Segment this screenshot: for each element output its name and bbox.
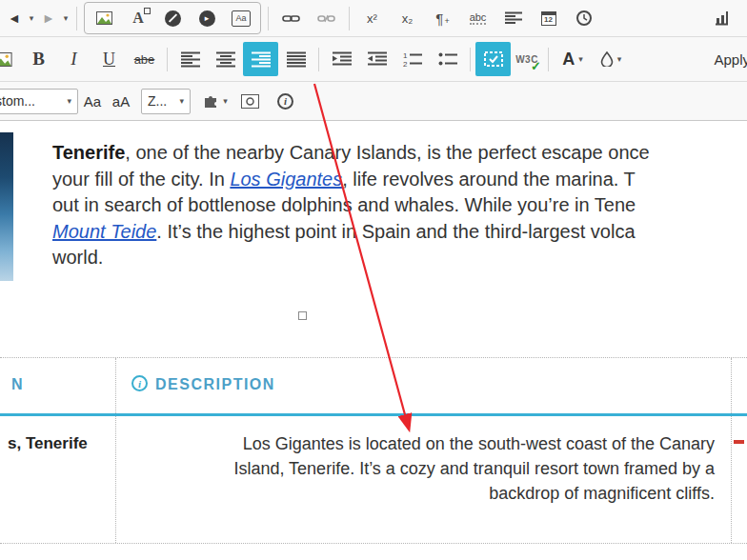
show-blocks-icon	[484, 51, 503, 67]
image-properties-button[interactable]	[0, 42, 21, 76]
show-blocks-button-active[interactable]	[475, 42, 511, 76]
custom-styles-dropdown[interactable]: stom... ▾	[0, 89, 78, 114]
flash-button[interactable]	[155, 5, 190, 31]
media-button[interactable]: ▸	[190, 5, 224, 31]
anchor-letter: A	[132, 10, 144, 26]
sentence-case-button[interactable]: Aa	[78, 88, 107, 114]
paragraph-insert-button[interactable]: ¶+	[425, 1, 460, 35]
increase-indent-button[interactable]	[324, 42, 359, 76]
paragraph-lines-icon	[505, 11, 522, 26]
redo-icon: ►	[42, 10, 55, 26]
align-right-icon	[252, 51, 271, 68]
toolbar-row-2: B I U abe 12	[0, 37, 747, 82]
chevron-down-icon: ▾	[179, 96, 184, 106]
aa-label: Aa	[235, 13, 246, 23]
calendar-day-label: 12	[544, 16, 553, 24]
table-cell-col3[interactable]	[732, 416, 747, 543]
chart-button[interactable]	[704, 1, 739, 35]
chevron-down-icon: ▾	[30, 13, 34, 23]
table-header-col1[interactable]: N	[0, 358, 116, 413]
slideshow-button[interactable]	[232, 84, 268, 118]
chevron-down-icon: ▾	[64, 13, 69, 23]
text-segment: world.	[52, 247, 103, 268]
table-cell-location[interactable]: s, Tenerife	[0, 416, 116, 543]
media-disc-icon: ▸	[199, 10, 215, 27]
redo-button[interactable]: ►	[37, 6, 60, 30]
undo-button[interactable]: ◄	[3, 6, 26, 30]
toggle-case-button[interactable]: aA	[107, 88, 135, 114]
align-center-button[interactable]	[208, 42, 243, 76]
bold-button[interactable]: B	[21, 42, 56, 76]
aA-case-icon: aA	[112, 93, 130, 110]
align-justify-button[interactable]	[278, 42, 313, 76]
apply-styles-button[interactable]: Apply	[714, 51, 747, 68]
font-color-button[interactable]: A ▾	[554, 43, 592, 75]
insert-time-button[interactable]	[566, 1, 601, 35]
insert-image-button[interactable]	[87, 5, 121, 31]
background-color-button[interactable]: ▾	[592, 43, 630, 75]
align-right-button-active[interactable]	[243, 42, 278, 76]
table-header-description[interactable]: i DESCRIPTION	[116, 358, 732, 413]
underline-button[interactable]: U	[91, 42, 127, 76]
list-number-2: 2	[403, 60, 408, 68]
toolbar-separator	[470, 48, 471, 71]
spellcheck-button[interactable]: abc	[460, 1, 495, 35]
info-letter: i	[284, 95, 287, 107]
table-header-col3[interactable]	[732, 358, 747, 413]
insert-date-button[interactable]: 12	[531, 1, 566, 35]
link-button[interactable]	[273, 1, 309, 35]
strikethrough-icon: abe	[134, 52, 155, 67]
toolbar-separator	[167, 48, 168, 71]
placeholder-button[interactable]: A	[121, 5, 155, 31]
link-los-gigantes[interactable]: Los Gigantes	[230, 169, 342, 190]
toolbar-separator	[349, 7, 350, 30]
redo-dropdown[interactable]: ▾	[60, 6, 71, 30]
undo-dropdown[interactable]: ▾	[26, 6, 37, 30]
undo-icon: ◄	[8, 10, 21, 26]
decrease-indent-button[interactable]	[359, 42, 394, 76]
text-direction-button[interactable]	[495, 1, 531, 35]
numbered-list-icon: 12	[403, 51, 422, 67]
plugins-button[interactable]: ▾	[198, 88, 232, 114]
w3c-validate-button[interactable]: W3C ✓	[511, 45, 543, 73]
bold-icon: B	[32, 49, 45, 70]
info-letter: i	[138, 378, 141, 390]
cutoff-red-text	[734, 440, 744, 444]
check-icon: ✓	[531, 60, 541, 72]
about-button[interactable]: i	[268, 84, 303, 118]
info-icon: i	[131, 375, 148, 391]
custom-styles-value: stom...	[0, 93, 35, 109]
link-mount-teide[interactable]: Mount Teide	[52, 221, 156, 242]
description-line-3: backdrop of magnificent cliffs.	[116, 481, 715, 506]
superscript-square-icon	[144, 8, 151, 14]
outdent-icon	[368, 51, 387, 67]
strikethrough-button[interactable]: abe	[127, 42, 162, 76]
info-icon: i	[277, 93, 293, 110]
paragraph-line-3: out in search of bottlenose dolphins and…	[52, 192, 650, 219]
editor-paragraph[interactable]: Tenerife, one of the nearby Canary Islan…	[52, 140, 650, 271]
subscript-icon: x₂	[402, 11, 414, 26]
resize-handle[interactable]	[298, 311, 307, 320]
text-segment: , life revolves around the marina. T	[342, 169, 636, 190]
subscript-button[interactable]: x₂	[390, 1, 425, 35]
text-field-button[interactable]: Aa	[224, 5, 258, 31]
italic-button[interactable]: I	[56, 42, 91, 76]
toolbar-row-3: stom... ▾ Aa aA Z... ▾ ▾ i	[0, 82, 747, 121]
toolbar-separator	[268, 7, 269, 30]
zoom-dropdown[interactable]: Z... ▾	[141, 89, 191, 114]
superscript-button[interactable]: x²	[354, 1, 390, 35]
numbered-list-button[interactable]: 12	[394, 42, 430, 76]
bulleted-list-button[interactable]	[430, 42, 465, 76]
textfield-icon: Aa	[232, 10, 250, 27]
clock-icon	[575, 10, 593, 27]
embedded-photo-edge[interactable]	[0, 132, 13, 281]
chevron-down-icon: ▾	[578, 54, 583, 64]
list-number-1: 1	[403, 51, 408, 60]
text-segment: , one of the nearby Canary Islands, is t…	[125, 142, 649, 163]
align-left-button[interactable]	[172, 42, 208, 76]
dark-disc-icon	[165, 10, 181, 27]
table-cell-description[interactable]: Los Gigantes is located on the south-wes…	[116, 416, 732, 543]
table-row: s, Tenerife Los Gigantes is located on t…	[0, 416, 747, 544]
unlink-button[interactable]	[309, 1, 344, 35]
align-justify-icon	[287, 51, 306, 68]
